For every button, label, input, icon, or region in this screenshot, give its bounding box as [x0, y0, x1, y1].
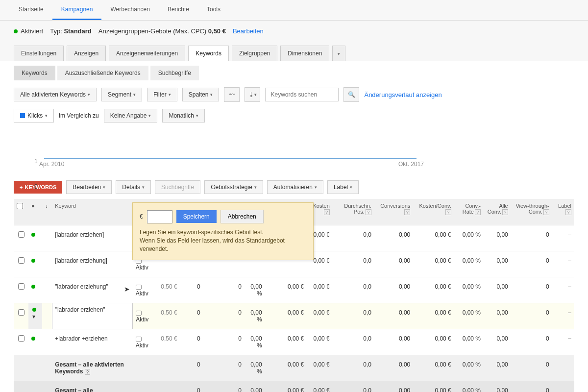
vtc-cell: 0 — [511, 303, 552, 329]
add-keywords-button[interactable]: +KEYWORDS — [14, 181, 62, 194]
details-dropdown[interactable]: Details — [116, 180, 151, 194]
search-input[interactable] — [265, 88, 339, 101]
impr-cell: 0 — [203, 277, 245, 303]
sub-tabs: Einstellungen Anzeigen Anzeigenerweiteru… — [0, 42, 588, 61]
keyword-cell[interactable]: +labrador +erziehen — [52, 329, 133, 355]
comment-icon[interactable] — [136, 285, 142, 290]
select-all-checkbox[interactable] — [17, 203, 23, 209]
conv-cell: 0,00 — [374, 225, 413, 251]
cost-cell: 0,00 € — [307, 303, 333, 329]
save-button[interactable]: Speichern — [176, 210, 217, 223]
th-costconv[interactable]: Kosten/Conv.? — [413, 199, 454, 225]
filter-dropdown[interactable]: Filter — [147, 88, 177, 101]
tab-werbechancen[interactable]: Werbechancen — [101, 0, 159, 20]
searchterms-button[interactable]: Suchbegriffe — [155, 180, 200, 194]
subtab-zielgruppen[interactable]: Zielgruppen — [232, 46, 277, 61]
th-sort-arrow[interactable]: ↓ — [42, 199, 52, 225]
klicks-cell: 0 — [180, 303, 203, 329]
cpc-cell[interactable]: 0,50 € — [157, 277, 180, 303]
comment-icon[interactable] — [136, 337, 142, 342]
download-icon[interactable]: ⭳ — [245, 87, 260, 102]
columns-dropdown[interactable]: Spalten — [182, 88, 220, 101]
y-tick-0: 0 — [34, 183, 38, 190]
th-label[interactable]: Label? — [552, 199, 574, 225]
chart-icon[interactable]: ⬳ — [224, 87, 240, 102]
tab-kampagnen[interactable]: Kampagnen — [52, 0, 102, 20]
toolbar: Alle aktivierten Keywords Segment Filter… — [0, 80, 588, 109]
action-bar: +KEYWORDS Bearbeiten Details Suchbegriff… — [0, 177, 588, 197]
tab-tools[interactable]: Tools — [198, 0, 229, 20]
bidstrategy-dropdown[interactable]: Gebotsstrategie — [204, 180, 263, 194]
row-checkbox[interactable] — [18, 335, 24, 342]
ctr-cell: 0,00 % — [245, 329, 265, 355]
th-avgpos[interactable]: Durchschn. Pos.? — [333, 199, 374, 225]
filter-keywords-dropdown[interactable]: Alle aktivierten Keywords — [14, 88, 97, 101]
edit-link[interactable]: Bearbeiten — [233, 27, 264, 35]
subtab-anzeigen[interactable]: Anzeigen — [67, 46, 106, 61]
keyword-cell[interactable]: [labrador erziehen] — [52, 225, 133, 251]
popover-msg1: Legen Sie ein keyword-spezifisches Gebot… — [140, 228, 306, 237]
comment-icon[interactable] — [136, 311, 142, 316]
subtab-einstellungen[interactable]: Einstellungen — [14, 46, 64, 61]
subtab-erweiterungen[interactable]: Anzeigenerweiterungen — [109, 46, 185, 61]
campaign-info-bar: Aktiviert Typ: Standard Anzeigengruppen-… — [0, 21, 588, 42]
keyword-cell[interactable]: [labrador erziehung] — [52, 251, 133, 277]
row-checkbox[interactable] — [18, 257, 24, 264]
th-convrate[interactable]: Conv.-Rate? — [454, 199, 484, 225]
subsub-negative[interactable]: Auszuschließende Keywords — [57, 66, 148, 80]
tab-startseite[interactable]: Startseite — [10, 0, 52, 20]
table-row: "labrador erziehung" Aktiv 0,50 € 0 0 0,… — [14, 277, 574, 303]
compare-none-dropdown[interactable]: Keine Angabe — [104, 109, 158, 122]
bid-input[interactable] — [147, 210, 172, 223]
label-dropdown[interactable]: Label — [327, 180, 359, 194]
top-nav: Startseite Kampagnen Werbechancen Berich… — [0, 0, 588, 21]
segment-dropdown[interactable]: Segment — [101, 88, 142, 101]
pos-cell: 0,0 — [333, 277, 374, 303]
automate-dropdown[interactable]: Automatisieren — [267, 180, 323, 194]
th-conversions[interactable]: Conversions? — [374, 199, 413, 225]
keyword-cell[interactable]: "labrador erziehen" — [52, 303, 133, 329]
cancel-button[interactable]: Abbrechen — [220, 210, 264, 223]
avgcpc-cell: 0,00 € — [265, 303, 307, 329]
subtab-keywords[interactable]: Keywords — [188, 46, 229, 61]
subsub-searchterms[interactable]: Suchbegriffe — [150, 66, 199, 80]
status-dot-icon — [31, 337, 35, 341]
th-allconv[interactable]: Alle Conv.? — [484, 199, 511, 225]
edit-dropdown[interactable]: Bearbeiten — [66, 180, 112, 194]
popover-msg2: Wenn Sie das Feld leer lassen, wird das … — [140, 237, 306, 253]
cpc-cell[interactable]: 0,50 € — [157, 329, 180, 355]
bid-value: 0,50 € — [208, 27, 226, 35]
row-checkbox[interactable] — [18, 283, 24, 290]
avgcpc-cell: 0,00 € — [265, 277, 307, 303]
vtc-cell: 0 — [511, 225, 552, 251]
klicks-cell: 0 — [180, 277, 203, 303]
subsub-keywords[interactable]: Keywords — [14, 66, 55, 80]
th-keyword[interactable]: Keyword — [52, 199, 133, 225]
compare-bar: Klicks im Vergleich zu Keine Angabe Mona… — [0, 109, 588, 129]
metric-klicks-dropdown[interactable]: Klicks — [14, 109, 54, 122]
x-start: Apr. 2010 — [39, 161, 64, 168]
row-checkbox[interactable] — [18, 309, 24, 316]
search-button[interactable]: 🔍 — [343, 87, 359, 102]
keyword-subtabs: Keywords Auszuschließende Keywords Suchb… — [0, 61, 588, 80]
subtab-dimensionen[interactable]: Dimensionen — [280, 46, 329, 61]
th-vtc[interactable]: View-through-Conv.? — [511, 199, 552, 225]
tab-berichte[interactable]: Berichte — [159, 0, 198, 20]
vtc-cell: 0 — [511, 329, 552, 355]
subtab-more[interactable] — [332, 46, 345, 61]
table-row: +labrador +erziehen Aktiv 0,50 € 0 0 0,0… — [14, 329, 574, 355]
history-link[interactable]: Änderungsverlauf anzeigen — [364, 91, 441, 98]
label-cell: – — [552, 251, 574, 277]
keyword-cell[interactable]: "labrador erziehung" — [52, 277, 133, 303]
x-end: Okt. 2017 — [398, 161, 424, 168]
ctr-cell: 0,00 % — [245, 303, 265, 329]
currency-symbol: € — [140, 213, 143, 220]
y-tick-1: 1 — [34, 158, 38, 165]
cost-cell: 0,00 € — [307, 329, 333, 355]
avgcpc-cell: 0,00 € — [265, 329, 307, 355]
summary-label: Gesamt – alle Anzeigengruppen ? — [52, 381, 133, 392]
row-checkbox[interactable] — [18, 231, 24, 238]
cpc-cell[interactable]: 0,50 € — [157, 303, 180, 329]
summary-label: Gesamt – alle aktivierten Keywords ? — [52, 355, 133, 381]
compare-period-dropdown[interactable]: Monatlich — [162, 109, 204, 122]
